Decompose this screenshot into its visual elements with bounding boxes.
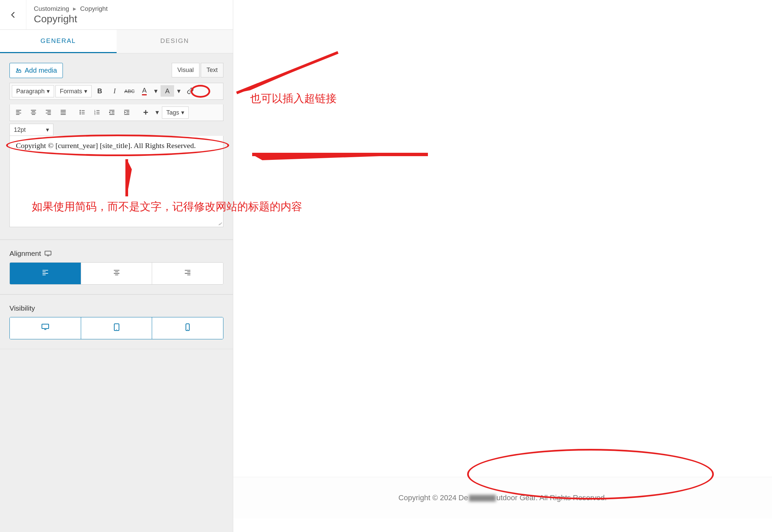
align-right-button[interactable] (42, 106, 55, 118)
svg-point-10 (116, 329, 117, 330)
align-justify-icon (60, 109, 67, 116)
visibility-panel: Visibility (0, 294, 233, 349)
svg-point-12 (187, 329, 188, 330)
alignment-label: Alignment (9, 249, 41, 258)
breadcrumb-leaf: Copyright (80, 5, 107, 12)
bullet-list-button[interactable] (75, 106, 89, 118)
mobile-icon (185, 323, 190, 331)
visibility-tablet[interactable] (81, 317, 152, 339)
insert-dropdown[interactable]: ▾ (154, 106, 161, 118)
indent-button[interactable] (120, 106, 134, 118)
align-right-option[interactable] (152, 263, 223, 284)
highlight-button[interactable]: A (161, 85, 174, 97)
svg-point-3 (80, 113, 81, 114)
tab-design[interactable]: DESIGN (117, 30, 233, 53)
caret-down-icon: ▾ (46, 126, 49, 134)
tabs-row: GENERAL DESIGN (0, 30, 233, 53)
align-center-option[interactable] (81, 263, 152, 284)
footer-text-pre: Copyright © 2024 De (399, 493, 468, 502)
back-button[interactable] (0, 0, 26, 29)
strikethrough-button[interactable]: ABC (123, 85, 136, 97)
media-icon (15, 67, 22, 74)
fontsize-value: 12pt (14, 126, 26, 134)
align-left-icon (15, 109, 22, 116)
svg-point-1 (80, 110, 81, 111)
align-right-icon (45, 109, 52, 116)
align-left-icon (42, 269, 49, 276)
redacted-text (469, 495, 496, 502)
caret-down-icon: ▾ (84, 88, 87, 95)
text-color-dropdown[interactable]: ▾ (152, 85, 159, 97)
link-icon (187, 87, 194, 95)
editor-panel: Add media Visual Text Paragraph ▾ Format… (0, 53, 233, 240)
section-title: Copyright (34, 13, 107, 25)
align-center-button[interactable] (27, 106, 40, 118)
align-center-icon (30, 109, 37, 116)
tags-select-label: Tags (166, 109, 179, 116)
svg-rect-7 (45, 251, 51, 255)
bullet-list-icon (79, 109, 86, 116)
insert-button[interactable]: + (139, 106, 152, 118)
text-mode-tab[interactable]: Text (201, 63, 223, 77)
alignment-group (9, 262, 223, 285)
outdent-button[interactable] (105, 106, 119, 118)
tablet-icon (114, 323, 120, 331)
align-left-button[interactable] (12, 106, 25, 118)
outdent-icon (108, 109, 115, 116)
caret-down-icon: ▾ (181, 109, 184, 116)
visual-tab[interactable]: Visual (172, 63, 200, 77)
editor-toolbar-2: 123 + ▾ Tags ▾ (9, 104, 223, 121)
bold-button[interactable]: B (93, 85, 106, 97)
footer-preview: Copyright © 2024 Deutdoor Gear. All Righ… (233, 477, 772, 518)
formats-select-label: Formats (60, 88, 82, 95)
tab-general[interactable]: GENERAL (0, 30, 117, 53)
editor-textarea[interactable]: Copyright © [current_year] [site_title].… (9, 136, 223, 227)
editor-toolbar-1: Paragraph ▾ Formats ▾ B I ABC A ▾ A ▾ (9, 83, 223, 100)
svg-point-2 (80, 112, 81, 113)
add-media-label: Add media (25, 67, 57, 74)
breadcrumb-sep: ▸ (73, 5, 76, 12)
formats-select[interactable]: Formats ▾ (55, 85, 92, 97)
footer-text-post: utdoor Gear. All Rights Reserved. (497, 493, 607, 502)
visibility-group (9, 317, 223, 339)
align-right-icon (184, 269, 191, 276)
customizer-header: Customizing ▸ Copyright Copyright (0, 0, 233, 30)
header-titles: Customizing ▸ Copyright Copyright (26, 0, 115, 29)
tags-select[interactable]: Tags ▾ (162, 106, 189, 119)
desktop-icon (44, 250, 52, 257)
visibility-label: Visibility (9, 304, 35, 312)
paragraph-select-label: Paragraph (16, 88, 45, 95)
indent-icon (123, 109, 130, 116)
add-media-button[interactable]: Add media (9, 63, 63, 78)
text-color-button[interactable]: A (138, 85, 151, 97)
paragraph-select[interactable]: Paragraph ▾ (12, 85, 54, 97)
svg-text:3: 3 (94, 113, 96, 115)
svg-rect-8 (42, 324, 49, 329)
align-left-option[interactable] (10, 263, 81, 284)
editor-content: Copyright © [current_year] [site_title].… (16, 141, 196, 150)
caret-down-icon: ▾ (47, 88, 50, 95)
resize-handle-icon[interactable] (217, 221, 222, 225)
breadcrumb-root: Customizing (34, 5, 69, 12)
customizer-sidebar: Customizing ▸ Copyright Copyright GENERA… (0, 0, 233, 532)
alignment-panel: Alignment (0, 240, 233, 294)
fontsize-select[interactable]: 12pt ▾ (9, 124, 53, 136)
highlight-dropdown[interactable]: ▾ (175, 85, 182, 97)
svg-point-0 (17, 69, 18, 70)
visibility-mobile[interactable] (152, 317, 223, 339)
link-button[interactable] (184, 85, 197, 97)
number-list-icon: 123 (94, 109, 100, 116)
italic-button[interactable]: I (108, 85, 121, 97)
chevron-left-icon (9, 11, 17, 19)
preview-pane: Copyright © 2024 Deutdoor Gear. All Righ… (233, 0, 772, 532)
breadcrumb: Customizing ▸ Copyright (34, 5, 107, 13)
align-center-icon (113, 269, 120, 276)
visibility-desktop[interactable] (10, 317, 81, 339)
number-list-button[interactable]: 123 (90, 106, 104, 118)
desktop-icon (41, 323, 49, 330)
align-justify-button[interactable] (56, 106, 70, 118)
